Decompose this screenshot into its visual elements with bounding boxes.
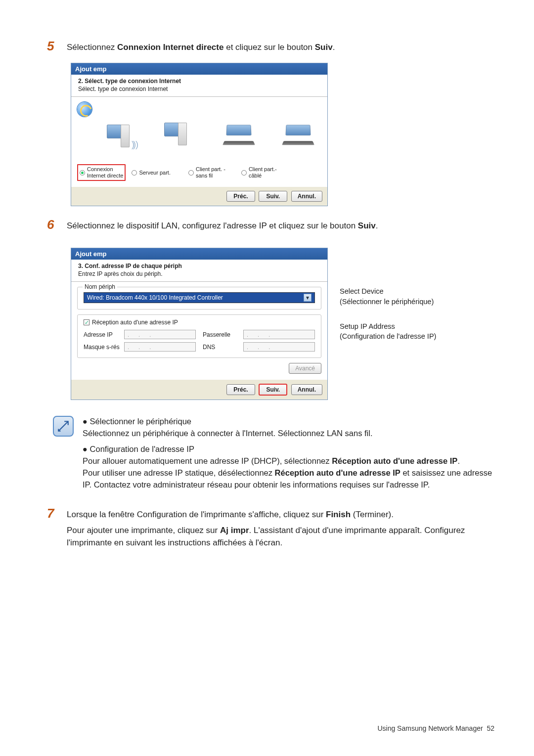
dialog1-body: )) ) ConnexionInternet directe Serveur p…	[71, 97, 327, 187]
dialog2-titlebar: Ajout emp	[71, 248, 327, 260]
annotation-select-device: Select Device (Sélectionner le périphéri…	[328, 286, 442, 307]
prev-button[interactable]: Préc.	[226, 384, 255, 395]
step-6-number: 6	[47, 218, 59, 232]
annotations-column: Select Device (Sélectionner le périphéri…	[328, 241, 442, 341]
desktop-1-icon	[106, 125, 134, 148]
radio-dot-icon	[188, 170, 194, 176]
dialog2-body: Nom périph Wired: Broadcom 440x 10/100 I…	[71, 282, 327, 380]
dialog2-head-sub: Entrez IP après choix du périph.	[78, 270, 320, 277]
cancel-button[interactable]: Annul.	[291, 384, 322, 395]
step-6: 6 Sélectionnez le dispositif LAN, config…	[47, 218, 494, 232]
note-icon	[53, 416, 74, 437]
ie-icon	[77, 102, 92, 117]
radio-dot-icon	[132, 170, 137, 176]
dialog1-head-title: 2. Sélect. type de connexion Internet	[78, 78, 320, 85]
laptop-2-icon	[283, 132, 313, 146]
mask-label: Masque s-rés	[84, 344, 120, 351]
dialog2-head-title: 3. Conf. adresse IP de chaque périph	[78, 263, 320, 269]
radio-client-wired-label: Client part.-câblé	[249, 166, 277, 178]
ip-label: Adresse IP	[84, 331, 120, 338]
note-section: Sélectionner le périphérique Sélectionne…	[53, 416, 494, 495]
step5-mid: et cliquez sur le bouton	[223, 43, 314, 52]
step7-p1c: (Terminer).	[351, 510, 394, 519]
step-5-text: Sélectionnez Connexion Internet directe …	[67, 40, 494, 54]
desktop-2-icon	[163, 123, 192, 146]
note-p1: Sélectionnez un périphérique à connecter…	[83, 429, 373, 438]
gateway-input[interactable]: . . .	[243, 330, 315, 339]
note-p2c: .	[457, 456, 460, 465]
dialog1-titlebar: Ajout emp	[71, 63, 327, 75]
dialog1-button-bar: Préc. Suiv. Annul.	[71, 187, 327, 206]
ip-input[interactable]: . . .	[124, 330, 196, 339]
footer-text: Using Samsung Network Manager	[377, 724, 483, 732]
step-7: 7 Lorsque la fenêtre Configuration de l'…	[47, 507, 494, 549]
dialog1-head-sub: Sélect. type de connexion Internet	[78, 86, 320, 92]
next-button[interactable]: Suiv.	[259, 191, 287, 202]
device-legend: Nom périph	[83, 283, 117, 290]
step7-p1b: Finish	[326, 510, 351, 519]
radio-direct-internet[interactable]: ConnexionInternet directe	[77, 164, 126, 180]
dns-label: DNS	[203, 344, 239, 351]
step6-btn: Suiv	[358, 221, 376, 230]
step6-post: .	[376, 221, 378, 230]
step5-pre: Sélectionnez	[67, 43, 117, 52]
footer-page: 52	[487, 724, 494, 732]
auto-ip-checkbox[interactable]: Réception auto d'une adresse IP	[84, 319, 315, 326]
device-name-fieldset: Nom périph Wired: Broadcom 440x 10/100 I…	[77, 287, 321, 310]
note-h2: Configuration de l'adresse IP	[83, 445, 194, 453]
radio-client-wireless-label: Client part. -sans fil	[196, 166, 225, 178]
note-p3b: Réception auto d'une adresse IP	[275, 468, 400, 477]
step7-p2b: Aj impr	[220, 526, 249, 535]
radio-shared-server[interactable]: Serveur part.	[132, 164, 171, 180]
note-p2b: Réception auto d'une adresse IP	[332, 456, 457, 465]
step-7-number: 7	[47, 507, 59, 549]
next-button[interactable]: Suiv.	[259, 384, 287, 396]
step5-link: Connexion Internet directe	[117, 43, 223, 52]
radio-dot-icon	[241, 170, 247, 176]
laptop-1-icon	[223, 132, 254, 146]
radio-direct-internet-label: ConnexionInternet directe	[87, 166, 123, 178]
cancel-button[interactable]: Annul.	[291, 191, 322, 202]
chevron-down-icon: ▾	[304, 294, 312, 302]
step-7-text: Lorsque la fenêtre Configuration de l'im…	[67, 507, 494, 549]
step5-post: .	[333, 43, 335, 52]
auto-ip-label: Réception auto d'une adresse IP	[92, 319, 178, 326]
note-p3a: Pour utiliser une adresse IP statique, d…	[83, 468, 275, 477]
radio-shared-server-label: Serveur part.	[139, 170, 171, 176]
step-5-number: 5	[47, 40, 59, 54]
checkbox-icon	[84, 319, 89, 325]
step6-pre: Sélectionnez le dispositif LAN, configur…	[67, 221, 358, 230]
dialog1-header: 2. Sélect. type de connexion Internet Sé…	[71, 75, 327, 97]
gateway-label: Passerelle	[203, 331, 239, 338]
page-footer: Using Samsung Network Manager 52	[377, 724, 494, 732]
radio-client-wireless[interactable]: Client part. -sans fil	[188, 164, 225, 180]
dialog2-header: 3. Conf. adresse IP de chaque périph Ent…	[71, 260, 327, 282]
radio-client-wired[interactable]: Client part.-câblé	[241, 164, 277, 180]
device-select[interactable]: Wired: Broadcom 440x 10/100 Integrated C…	[84, 292, 315, 303]
dialog2-button-bar: Préc. Suiv. Annul.	[71, 380, 327, 400]
radio-dot-icon	[80, 170, 85, 176]
dialog-ip-config: Ajout emp 3. Conf. adresse IP de chaque …	[71, 248, 328, 400]
annotation-setup-ip: Setup IP Address (Configuration de l'adr…	[328, 321, 442, 342]
note-h1: Sélectionner le périphérique	[83, 417, 191, 426]
wireless-waves-icon: )) )	[132, 139, 137, 150]
dns-input[interactable]: . . .	[243, 342, 315, 352]
note-body: Sélectionner le périphérique Sélectionne…	[83, 416, 494, 495]
step-5: 5 Sélectionnez Connexion Internet direct…	[47, 40, 494, 54]
step7-p1a: Lorsque la fenêtre Configuration de l'im…	[67, 510, 326, 519]
device-select-value: Wired: Broadcom 440x 10/100 Integrated C…	[87, 294, 223, 301]
step-6-text: Sélectionnez le dispositif LAN, configur…	[67, 218, 494, 232]
dialog2-wrapper: Ajout emp 3. Conf. adresse IP de chaque …	[47, 241, 494, 400]
advanced-button[interactable]: Avancé	[289, 363, 321, 374]
dialog-connection-type: Ajout emp 2. Sélect. type de connexion I…	[71, 63, 328, 206]
step5-btn: Suiv	[315, 43, 333, 52]
network-diagram: )) ) ConnexionInternet directe Serveur p…	[77, 102, 321, 181]
mask-input[interactable]: . . .	[124, 342, 196, 352]
prev-button[interactable]: Préc.	[226, 191, 255, 202]
note-p2a: Pour allouer automatiquement une adresse…	[83, 456, 332, 465]
ip-fieldset: Réception auto d'une adresse IP Adresse …	[77, 314, 321, 358]
step7-p2a: Pour ajouter une imprimante, cliquez sur	[67, 526, 220, 535]
